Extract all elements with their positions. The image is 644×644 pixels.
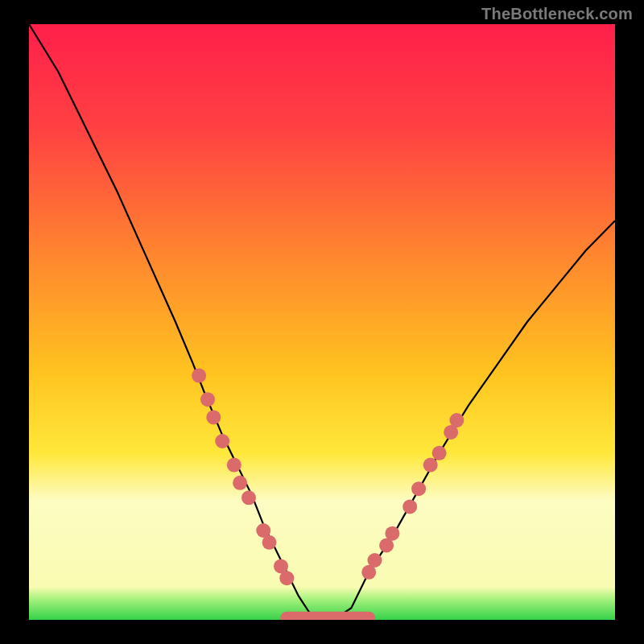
marker-point — [192, 369, 206, 383]
chart-stage: TheBottleneck.com — [0, 0, 644, 644]
marker-point — [402, 499, 417, 514]
marker-point — [262, 535, 277, 550]
marker-point — [368, 553, 382, 568]
marker-point — [200, 392, 215, 407]
marker-point — [423, 458, 438, 473]
marker-point — [385, 526, 399, 541]
marker-point — [215, 434, 229, 448]
marker-point — [432, 446, 447, 460]
marker-point — [449, 413, 464, 427]
marker-point — [206, 410, 221, 424]
marker-point — [233, 476, 247, 490]
marker-point — [227, 458, 242, 473]
bottleneck-chart — [0, 0, 644, 644]
marker-point — [242, 490, 256, 505]
marker-point — [411, 481, 426, 496]
marker-point — [279, 571, 294, 585]
watermark-text: TheBottleneck.com — [481, 5, 633, 23]
